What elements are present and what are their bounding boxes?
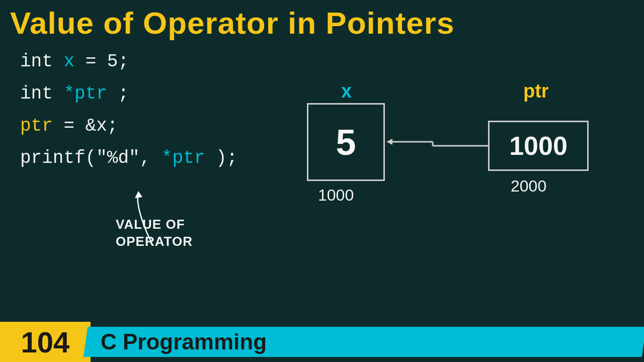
value-of-operator-label: Value of operator bbox=[116, 216, 193, 250]
code-rest-3: = &x; bbox=[63, 116, 118, 136]
printf-text: printf("%d", bbox=[20, 148, 150, 168]
keyword-int-1: int bbox=[20, 51, 53, 72]
svg-marker-3 bbox=[386, 139, 392, 145]
var-ptr-assign: ptr bbox=[20, 116, 53, 136]
code-rest-1: = 5; bbox=[86, 51, 129, 72]
code-line-4: printf("%d", *ptr ); bbox=[20, 149, 237, 167]
pointer-diagram: x 5 1000 ptr 1000 2000 bbox=[277, 80, 629, 292]
var-ptr-decl: *ptr bbox=[63, 83, 107, 104]
deref-ptr: *ptr bbox=[162, 148, 205, 168]
x-value: 5 bbox=[336, 122, 356, 163]
code-line-3: ptr = &x; bbox=[20, 117, 237, 135]
ptr-variable-label: ptr bbox=[523, 80, 549, 102]
episode-title-bar: C Programming bbox=[84, 327, 644, 357]
x-variable-label: x bbox=[341, 80, 352, 102]
episode-title: C Programming bbox=[101, 329, 267, 354]
code-rest-2: ; bbox=[118, 83, 129, 104]
x-address: 1000 bbox=[318, 186, 354, 205]
code-line-2: int *ptr ; bbox=[20, 85, 237, 103]
code-line-1: int x = 5; bbox=[20, 53, 237, 71]
var-x: x bbox=[63, 51, 74, 72]
episode-number: 104 bbox=[0, 322, 91, 362]
page-title: Value of Operator in Pointers bbox=[10, 5, 454, 41]
x-memory-box: 5 bbox=[307, 103, 385, 181]
ptr-memory-box: 1000 bbox=[488, 121, 589, 171]
bottom-bar: 104 C Programming bbox=[0, 322, 644, 362]
keyword-int-2: int bbox=[20, 83, 53, 104]
code-block: int x = 5; int *ptr ; ptr = &x; printf("… bbox=[20, 53, 237, 182]
ptr-address: 2000 bbox=[511, 177, 546, 196]
ptr-value: 1000 bbox=[509, 131, 568, 161]
code-end-4: ); bbox=[216, 148, 237, 168]
svg-marker-4 bbox=[135, 191, 142, 198]
